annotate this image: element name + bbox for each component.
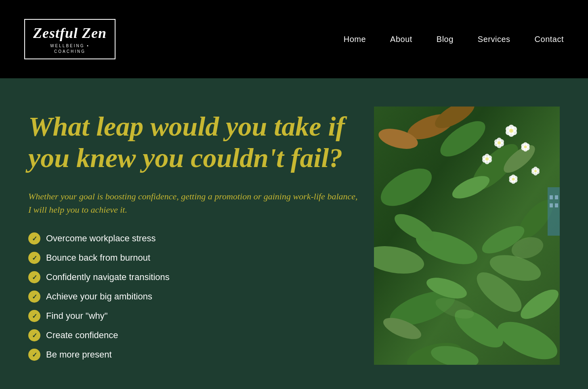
nav-contact[interactable]: Contact: [535, 35, 564, 44]
hero-subtext: Whether your goal is boosting confidence…: [28, 190, 358, 216]
check-icon-4: [28, 291, 40, 303]
check-icon-2: [28, 252, 40, 264]
hero-photo: [374, 107, 560, 365]
nav-about[interactable]: About: [390, 35, 412, 44]
check-icon-3: [28, 271, 40, 283]
list-item: Be more present: [28, 349, 358, 361]
checklist: Overcome workplace stress Bounce back fr…: [28, 232, 358, 361]
checklist-item-7: Be more present: [46, 349, 112, 360]
nav-home[interactable]: Home: [344, 35, 366, 44]
check-icon-5: [28, 310, 40, 322]
hero-section: What leap would you take if you knew you…: [0, 78, 588, 389]
check-icon-6: [28, 329, 40, 341]
svg-point-30: [509, 129, 513, 133]
svg-rect-70: [555, 203, 558, 207]
leaves-svg: [374, 107, 560, 365]
list-item: Achieve your big ambitions: [28, 291, 358, 303]
svg-rect-69: [550, 203, 553, 207]
check-icon-7: [28, 349, 40, 361]
flower-background: [374, 107, 560, 365]
list-item: Overcome workplace stress: [28, 232, 358, 245]
checklist-item-3: Confidently navigate transitions: [46, 272, 170, 282]
svg-point-58: [534, 170, 537, 172]
hero-content: What leap would you take if you knew you…: [28, 102, 358, 365]
svg-rect-68: [555, 195, 558, 199]
svg-point-65: [512, 178, 515, 181]
checklist-item-1: Overcome workplace stress: [46, 233, 155, 244]
check-icon-1: [28, 232, 40, 245]
checklist-item-6: Create confidence: [46, 330, 118, 341]
logo-name: Zestful Zen: [33, 25, 107, 42]
svg-point-37: [498, 141, 501, 144]
list-item: Create confidence: [28, 329, 358, 341]
main-nav: Home About Blog Services Contact: [344, 35, 564, 44]
hero-headline: What leap would you take if you knew you…: [28, 111, 358, 174]
nav-blog[interactable]: Blog: [437, 35, 454, 44]
svg-rect-67: [550, 195, 553, 199]
list-item: Find your "why": [28, 310, 358, 322]
logo-box: Zestful Zen WELLBEING • COACHING: [24, 19, 116, 59]
checklist-item-5: Find your "why": [46, 311, 108, 321]
hero-image: [374, 107, 560, 365]
list-item: Bounce back from burnout: [28, 252, 358, 264]
logo-area[interactable]: Zestful Zen WELLBEING • COACHING: [24, 19, 116, 59]
svg-point-51: [485, 157, 489, 161]
nav-services[interactable]: Services: [478, 35, 510, 44]
svg-rect-66: [548, 187, 560, 236]
site-header: Zestful Zen WELLBEING • COACHING Home Ab…: [0, 0, 588, 78]
checklist-item-2: Bounce back from burnout: [46, 253, 150, 263]
svg-point-44: [524, 146, 527, 148]
list-item: Confidently navigate transitions: [28, 271, 358, 283]
checklist-item-4: Achieve your big ambitions: [46, 291, 152, 302]
logo-tagline: WELLBEING • COACHING: [50, 43, 90, 54]
